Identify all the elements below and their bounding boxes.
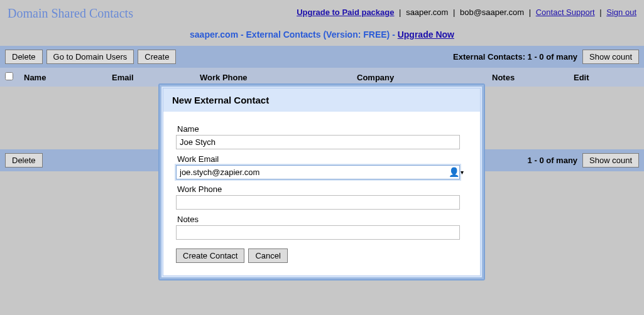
modal-body: Name Work Email 👤 ▾ Work Phone [163,112,480,275]
user-email-label: bob@saaper.com [460,8,524,17]
name-label: Name [176,122,467,135]
top-links: Upgrade to Paid package | saaper.com | b… [297,6,636,17]
work-email-input[interactable] [176,165,460,179]
column-email: Email [112,73,200,82]
pager-label: 1 - 0 of many [528,156,577,165]
column-company: Company [357,73,492,82]
subtitle-text: saaper.com - External Contacts (Version:… [190,29,398,40]
contact-support-link[interactable]: Contact Support [536,8,595,17]
create-button[interactable]: Create [138,50,176,64]
name-input[interactable] [176,135,460,149]
modal-title: New External Contact [163,88,480,112]
app-title: Domain Shared Contacts [8,6,133,21]
column-work-phone: Work Phone [200,73,357,82]
delete-button-bottom[interactable]: Delete [5,153,43,168]
subtitle-row: saaper.com - External Contacts (Version:… [0,24,644,46]
upgrade-paid-link[interactable]: Upgrade to Paid package [297,8,394,17]
chevron-down-icon: ▾ [461,169,464,176]
new-contact-modal: New External Contact Name Work Email 👤 ▾ [158,83,485,280]
notes-input[interactable] [176,225,460,240]
sign-out-link[interactable]: Sign out [606,8,636,17]
create-contact-button[interactable]: Create Contact [176,248,244,263]
column-name: Name [24,73,112,82]
domain-label: saaper.com [406,8,448,17]
contact-picker[interactable]: 👤 ▾ [449,167,464,177]
cancel-button[interactable]: Cancel [248,248,287,263]
show-count-button-bottom[interactable]: Show count [582,153,639,168]
person-icon: 👤 [449,167,459,177]
work-phone-label: Work Phone [176,182,467,195]
notes-label: Notes [176,212,467,225]
show-count-button[interactable]: Show count [582,50,639,64]
select-all-checkbox[interactable] [5,72,13,80]
column-edit: Edit [574,73,639,82]
work-email-label: Work Email [176,152,467,165]
main-toolbar: Delete Go to Domain Users Create Externa… [0,46,644,68]
work-phone-input[interactable] [176,195,460,210]
upgrade-now-link[interactable]: Upgrade Now [398,29,454,40]
delete-button[interactable]: Delete [5,50,43,64]
goto-domain-users-button[interactable]: Go to Domain Users [46,50,134,64]
external-contacts-count-label: External Contacts: 1 - 0 of many [453,52,577,61]
top-bar: Domain Shared Contacts Upgrade to Paid p… [0,0,644,24]
column-notes: Notes [492,73,574,82]
